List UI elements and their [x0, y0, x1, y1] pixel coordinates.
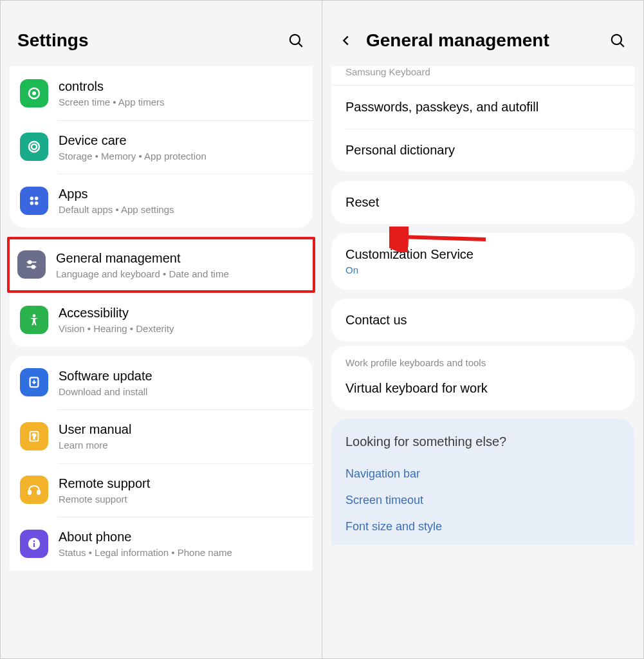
- suggestion-link-screen-timeout[interactable]: Screen timeout: [345, 487, 620, 514]
- suggestions-title: Looking for something else?: [345, 434, 620, 449]
- svg-point-13: [32, 266, 35, 269]
- row-title: Device care: [59, 132, 302, 149]
- row-title: User manual: [59, 421, 302, 438]
- gm-item-virtual-keyboard-work[interactable]: Virtual keyboard for work: [331, 372, 634, 410]
- row-subtitle: Language and keyboard • Date and time: [56, 268, 305, 281]
- gm-group-customization: Customization Service On: [331, 233, 634, 290]
- page-title: Settings: [17, 30, 287, 51]
- chevron-left-icon: [339, 33, 353, 48]
- settings-group-2a: General management Language and keyboard…: [10, 239, 313, 291]
- row-status: On: [345, 265, 620, 275]
- settings-item-device-care[interactable]: Device care Storage • Memory • App prote…: [10, 120, 313, 174]
- svg-point-8: [30, 201, 34, 205]
- back-button[interactable]: [339, 33, 360, 48]
- row-text: Software update Download and install: [59, 367, 302, 398]
- row-title: Contact us: [345, 313, 620, 328]
- gm-group-top: Samsung Keyboard Passwords, passkeys, an…: [331, 66, 634, 172]
- search-button[interactable]: [287, 32, 305, 50]
- settings-item-user-manual[interactable]: ? User manual Learn more: [10, 409, 313, 463]
- suggestion-link-font-size[interactable]: Font size and style: [345, 514, 620, 540]
- remote-support-icon: [20, 476, 48, 504]
- gm-item-samsung-keyboard-partial[interactable]: Samsung Keyboard: [331, 66, 634, 85]
- device-care-icon: [20, 133, 48, 161]
- row-title: Customization Service: [345, 247, 620, 262]
- svg-point-21: [33, 540, 35, 542]
- gm-item-contact-us[interactable]: Contact us: [331, 299, 634, 342]
- gm-item-passwords[interactable]: Passwords, passkeys, and autofill: [331, 85, 634, 129]
- settings-group-3: Software update Download and install ? U…: [10, 356, 313, 571]
- settings-item-remote-support[interactable]: Remote support Remote support: [10, 463, 313, 517]
- svg-text:?: ?: [32, 432, 36, 440]
- svg-point-6: [30, 196, 34, 200]
- svg-point-4: [29, 142, 39, 152]
- suggestion-link-navigation-bar[interactable]: Navigation bar: [345, 461, 620, 487]
- row-title: Apps: [59, 185, 302, 202]
- svg-point-12: [28, 261, 32, 264]
- row-subtitle: Learn more: [59, 439, 302, 452]
- settings-pane: Settings controls Screen time • App time…: [1, 1, 322, 658]
- row-subtitle: Default apps • App settings: [59, 203, 302, 216]
- settings-item-general-management[interactable]: General management Language and keyboard…: [10, 239, 313, 291]
- general-management-icon: [17, 250, 46, 279]
- row-text: controls Screen time • App timers: [59, 78, 302, 109]
- settings-item-software-update[interactable]: Software update Download and install: [10, 356, 313, 410]
- accessibility-icon: [20, 306, 48, 334]
- gm-group-work: Work profile keyboards and tools Virtual…: [331, 346, 634, 410]
- row-text: Apps Default apps • App settings: [59, 185, 302, 216]
- gm-header: General management: [322, 1, 643, 66]
- gm-item-reset[interactable]: Reset: [331, 181, 634, 224]
- section-header-work: Work profile keyboards and tools: [331, 346, 634, 372]
- row-subtitle: Download and install: [59, 385, 302, 398]
- row-title: Accessibility: [59, 304, 302, 321]
- row-title: Reset: [345, 195, 620, 210]
- svg-rect-22: [33, 543, 35, 546]
- svg-point-9: [35, 201, 38, 205]
- row-text: User manual Learn more: [59, 421, 302, 452]
- svg-point-3: [32, 91, 36, 95]
- about-phone-icon: [20, 530, 48, 558]
- row-subtitle: Remote support: [59, 493, 302, 506]
- row-title: Virtual keyboard for work: [345, 381, 620, 396]
- svg-point-23: [612, 35, 621, 44]
- gm-item-customization-service[interactable]: Customization Service On: [331, 233, 634, 290]
- user-manual-icon: ?: [20, 422, 48, 450]
- search-icon: [288, 32, 304, 49]
- settings-group-2b: Accessibility Vision • Hearing • Dexteri…: [10, 293, 313, 347]
- settings-item-digital-wellbeing[interactable]: controls Screen time • App timers: [10, 66, 313, 120]
- row-title: Personal dictionary: [345, 143, 620, 158]
- page-title: General management: [366, 30, 609, 51]
- row-subtitle: Status • Legal information • Phone name: [59, 546, 302, 559]
- search-button[interactable]: [609, 32, 627, 50]
- svg-line-24: [620, 43, 623, 46]
- row-title: Software update: [59, 367, 302, 384]
- row-subtitle: Screen time • App timers: [59, 96, 302, 109]
- svg-line-1: [299, 43, 302, 46]
- svg-point-0: [290, 35, 300, 44]
- row-text: Device care Storage • Memory • App prote…: [59, 132, 302, 163]
- settings-header: Settings: [1, 1, 322, 66]
- software-update-icon: [20, 368, 48, 396]
- gm-group-reset: Reset: [331, 181, 634, 224]
- wellbeing-icon: [20, 79, 48, 107]
- svg-point-5: [32, 144, 37, 149]
- apps-icon: [20, 187, 48, 215]
- row-title: Passwords, passkeys, and autofill: [345, 100, 620, 115]
- highlight-general-management: General management Language and keyboard…: [7, 237, 315, 293]
- row-text: Accessibility Vision • Hearing • Dexteri…: [59, 304, 302, 335]
- row-subtitle: Storage • Memory • App protection: [59, 150, 302, 163]
- svg-rect-19: [37, 490, 40, 494]
- suggestions-card: Looking for something else? Navigation b…: [331, 419, 634, 545]
- row-text: General management Language and keyboard…: [56, 250, 305, 281]
- search-icon: [609, 32, 626, 49]
- svg-point-7: [35, 196, 38, 200]
- svg-rect-18: [28, 490, 31, 494]
- row-title: General management: [56, 250, 305, 266]
- gm-item-personal-dictionary[interactable]: Personal dictionary: [331, 129, 634, 172]
- settings-item-apps[interactable]: Apps Default apps • App settings: [10, 174, 313, 228]
- settings-item-accessibility[interactable]: Accessibility Vision • Hearing • Dexteri…: [10, 293, 313, 347]
- row-title: controls: [59, 78, 302, 95]
- row-subtitle: Vision • Hearing • Dexterity: [59, 322, 302, 335]
- general-management-pane: General management Samsung Keyboard Pass…: [322, 1, 643, 658]
- settings-item-about-phone[interactable]: About phone Status • Legal information •…: [10, 517, 313, 571]
- row-text: Remote support Remote support: [59, 475, 302, 506]
